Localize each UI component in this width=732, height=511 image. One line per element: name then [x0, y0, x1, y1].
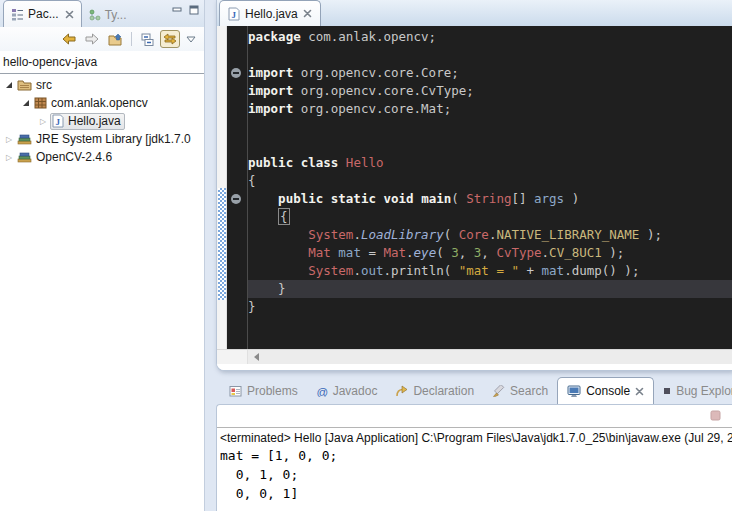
code-line: public static void main( String[] args )	[248, 190, 732, 208]
bottom-tab-label: Bug Explorer	[676, 384, 732, 398]
folding-gutter	[227, 26, 248, 349]
horizontal-scrollbar[interactable]	[217, 349, 732, 364]
tree-item-label: Hello.java	[68, 114, 121, 128]
console-output-line: 0, 0, 1]	[220, 484, 732, 503]
toolbar-separator	[131, 32, 132, 46]
code-line: import org.opencv.core.Core;	[248, 64, 732, 82]
editor-tab-bar: J Hello.java	[217, 0, 732, 26]
scroll-left-icon[interactable]	[248, 350, 264, 364]
code-line: {	[248, 172, 732, 190]
collapse-all-icon	[141, 33, 154, 46]
console-output[interactable]: mat = [1, 0, 0; 0, 1, 0; 0, 0, 1]	[217, 446, 732, 503]
code-line: }	[248, 280, 732, 298]
tab-bug-explorer[interactable]: Bug Explorer	[654, 377, 732, 404]
java-file-icon: J	[52, 114, 64, 128]
collapse-all-button[interactable]	[138, 30, 157, 49]
minimize-icon[interactable]	[172, 5, 182, 15]
bottom-tab-bar: Problems@JavadocDeclarationSearchConsole…	[216, 377, 732, 404]
fold-collapse-icon[interactable]	[231, 68, 241, 78]
console-output-line: 0, 1, 0;	[220, 465, 732, 484]
close-icon[interactable]	[303, 9, 312, 18]
console-status-line: <terminated> Hello [Java Application] C:…	[217, 428, 732, 446]
library-icon	[17, 151, 32, 163]
tab-javadoc[interactable]: @Javadoc	[307, 377, 387, 404]
svg-text:J: J	[56, 117, 61, 127]
code-lines: package com.anlak.opencv;import org.open…	[248, 28, 732, 316]
up-button[interactable]	[105, 30, 125, 49]
problems-icon	[229, 385, 242, 397]
close-icon[interactable]	[635, 387, 644, 396]
view-menu-button[interactable]	[183, 33, 199, 46]
tab-search[interactable]: Search	[483, 377, 557, 404]
package-explorer-tab-bar: Pac...Ty...	[0, 0, 204, 27]
tab-pac[interactable]: Pac...	[3, 0, 82, 27]
declaration-icon	[395, 385, 408, 397]
project-tree: srccom.anlak.opencv▷JHello.java▷JRE Syst…	[0, 76, 204, 166]
tree-item-label: OpenCV-2.4.6	[36, 150, 112, 164]
package-icon	[34, 97, 47, 109]
annotation-ruler	[217, 26, 227, 349]
package-explorer-toolbar	[0, 27, 204, 51]
square-icon	[663, 387, 671, 395]
maximize-icon[interactable]	[189, 5, 199, 15]
code-line: import org.opencv.core.Mat;	[248, 100, 732, 118]
expand-twisty-icon[interactable]: ▷	[2, 135, 16, 144]
bottom-view-stack: Problems@JavadocDeclarationSearchConsole…	[216, 377, 732, 511]
javadoc-icon: @	[316, 385, 328, 397]
tab-ty[interactable]: Ty...	[82, 1, 134, 28]
code-line	[248, 118, 732, 136]
expand-twisty-icon[interactable]: ▷	[2, 153, 16, 162]
code-line: System.LoadLibrary( Core.NATIVE_LIBRARY_…	[248, 226, 732, 244]
range-indicator	[218, 188, 226, 300]
tab-problems[interactable]: Problems	[220, 377, 307, 404]
expand-twisty-icon[interactable]: ▷	[36, 117, 50, 126]
console-output-line: mat = [1, 0, 0;	[220, 446, 732, 465]
terminate-icon[interactable]	[710, 410, 721, 421]
selected-item: JHello.java	[50, 113, 125, 130]
tree-item-com-anlak-opencv[interactable]: com.anlak.opencv	[0, 94, 204, 112]
src-folder-icon	[17, 79, 32, 91]
tab-declaration[interactable]: Declaration	[386, 377, 483, 404]
code-line: System.out.println( "mat = " + mat.dump(…	[248, 262, 732, 280]
view-tab-label: Ty...	[105, 8, 127, 22]
tree-item-label: JRE System Library [jdk1.7.0	[36, 132, 191, 146]
package-explorer-view: Pac...Ty... hello-opencv-java srccom.anl…	[0, 0, 205, 511]
forward-button[interactable]	[82, 30, 102, 48]
tab-hello-java[interactable]: J Hello.java	[219, 0, 321, 26]
library-icon	[17, 133, 32, 145]
type-hierarchy-icon	[89, 9, 101, 21]
tree-item-label: com.anlak.opencv	[51, 96, 148, 110]
fold-collapse-icon[interactable]	[231, 194, 241, 204]
close-icon[interactable]	[65, 10, 74, 19]
collapse-twisty-icon[interactable]	[19, 100, 33, 106]
tree-item-hello-java[interactable]: ▷JHello.java	[0, 112, 204, 130]
view-menu-icon	[186, 36, 196, 43]
tree-item-jre-system-library-jdk1-7-0[interactable]: ▷JRE System Library [jdk1.7.0	[0, 130, 204, 148]
tree-item-opencv-2-4-6[interactable]: ▷OpenCV-2.4.6	[0, 148, 204, 166]
tree-item-src[interactable]: src	[0, 76, 204, 94]
svg-text:J: J	[232, 10, 237, 20]
code-line: {	[248, 208, 732, 226]
scrollbar-corner	[217, 350, 248, 364]
svg-text:@: @	[316, 385, 328, 397]
tab-console[interactable]: Console	[557, 377, 654, 404]
java-file-icon: J	[228, 7, 240, 21]
code-line: }	[248, 298, 732, 316]
editor-footer-pad	[217, 364, 732, 370]
link-with-editor-icon	[163, 33, 177, 45]
bottom-tab-label: Javadoc	[333, 384, 378, 398]
back-button[interactable]	[59, 30, 79, 48]
code-line: Mat mat = Mat.eye( 3, 3, CvType.CV_8UC1 …	[248, 244, 732, 262]
search-icon	[492, 385, 505, 397]
collapse-twisty-icon[interactable]	[2, 82, 16, 88]
editor-tab-label: Hello.java	[245, 7, 298, 21]
link-with-editor-button[interactable]	[160, 30, 180, 48]
forward-icon	[85, 33, 99, 45]
code-line	[248, 136, 732, 154]
bottom-tab-label: Search	[510, 384, 548, 398]
code-editor[interactable]: package com.anlak.opencv;import org.open…	[217, 26, 732, 349]
view-window-buttons	[172, 5, 199, 15]
code-line	[248, 46, 732, 64]
console-toolbar	[217, 405, 732, 428]
editor-area: J Hello.java package com.anlak.opencv;im…	[216, 0, 732, 371]
